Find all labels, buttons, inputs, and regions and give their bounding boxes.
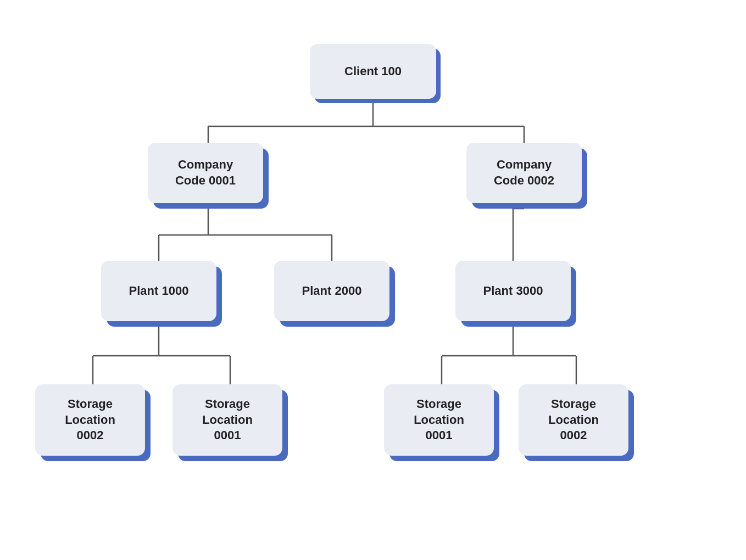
card-face: StorageLocation0001	[172, 384, 282, 456]
plant-2000-node: Plant 2000	[274, 261, 395, 327]
card-face: Plant 1000	[101, 261, 216, 321]
storage-location-0002-b-node: StorageLocation0002	[519, 384, 634, 461]
card-face: StorageLocation0002	[35, 384, 145, 456]
org-diagram: Client 100 CompanyCode 0001 CompanyCode …	[21, 11, 725, 549]
storage-location-0001-a-node: StorageLocation0001	[172, 384, 288, 461]
node-label: Plant 1000	[123, 279, 196, 304]
plant-1000-node: Plant 1000	[101, 261, 222, 327]
card-face: Plant 2000	[274, 261, 389, 321]
storage-location-0002-a-node: StorageLocation0002	[35, 384, 151, 461]
node-label: CompanyCode 0002	[487, 153, 561, 193]
storage-location-0001-b-node: StorageLocation0001	[384, 384, 499, 461]
node-label: Plant 3000	[477, 279, 550, 304]
node-label: Client 100	[338, 59, 408, 84]
client-100-node: Client 100	[310, 44, 441, 103]
card-face: CompanyCode 0002	[466, 143, 582, 203]
node-label: StorageLocation0001	[407, 392, 471, 448]
node-label: StorageLocation0002	[58, 392, 122, 448]
company-code-0002-node: CompanyCode 0002	[466, 143, 587, 209]
node-label: StorageLocation0001	[196, 392, 259, 448]
card-face: StorageLocation0002	[519, 384, 628, 456]
node-label: StorageLocation0002	[542, 392, 605, 448]
card-face: Client 100	[310, 44, 436, 99]
card-face: CompanyCode 0001	[148, 143, 263, 203]
company-code-0001-node: CompanyCode 0001	[148, 143, 269, 209]
card-face: Plant 3000	[455, 261, 571, 321]
node-label: CompanyCode 0001	[169, 153, 242, 193]
plant-3000-node: Plant 3000	[455, 261, 576, 327]
card-face: StorageLocation0001	[384, 384, 494, 456]
node-label: Plant 2000	[296, 279, 369, 304]
